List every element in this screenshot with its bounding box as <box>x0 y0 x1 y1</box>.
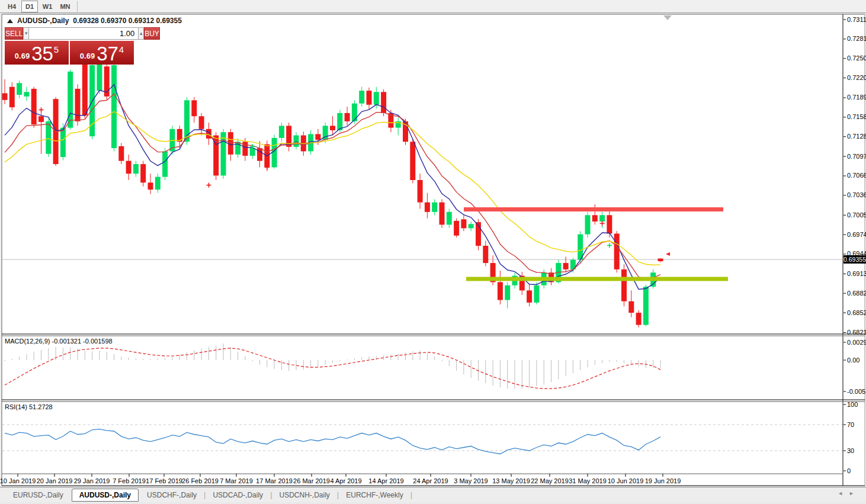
chart-tab-eurchf-weekly[interactable]: EURCHF-,Weekly <box>339 489 410 501</box>
sell-price-prefix: 0.69 <box>15 52 30 60</box>
rsi-indicator-label: RSI(14) 51.2728 <box>5 403 53 410</box>
mt4-application-window: H4D1W1MN AUDUSD-,Daily 0.69328 0.69370 0… <box>0 0 866 504</box>
buy-quote-panel[interactable]: 0.69 37 4 <box>70 41 134 65</box>
price-axis-label: 0.70665 <box>847 172 866 179</box>
chart-canvas[interactable] <box>0 0 866 504</box>
date-axis-label: 3 May 2019 <box>454 477 487 484</box>
date-axis-label: 14 Apr 2019 <box>368 477 403 484</box>
price-axis-label: 0.68825 <box>847 290 866 297</box>
trade-markers-group <box>39 107 671 256</box>
price-axis-label: 0.68520 <box>847 309 866 316</box>
buy-price-main: 37 <box>97 45 118 63</box>
price-axis-label: 0.72505 <box>847 54 866 62</box>
price-axis-label: 0.71280 <box>847 133 866 140</box>
buy-price-prefix: 0.69 <box>80 52 95 60</box>
price-axis-label: 0.72810 <box>847 35 866 42</box>
macd-axis-label: -0.005256 <box>847 388 866 395</box>
tab-scroll-right-icon[interactable]: ► <box>849 490 860 496</box>
panel-borders-group <box>2 14 865 486</box>
macd-axis-label: 0.002984 <box>847 339 866 346</box>
current-price-tag: 0.69355 <box>843 255 866 264</box>
volume-input[interactable] <box>29 27 138 40</box>
sell-quote-panel[interactable]: 0.69 35 5 <box>5 41 69 65</box>
rsi-axis-label: 30 <box>847 447 854 454</box>
price-axis-label: 0.72200 <box>847 74 866 81</box>
rsi-axis-label: 100 <box>847 401 858 408</box>
price-axis-label: 0.70970 <box>847 153 866 160</box>
ma-line-fast <box>5 85 660 290</box>
resistance-line[interactable] <box>464 207 723 211</box>
tab-scroll-arrows: ◄► <box>838 490 860 496</box>
price-axis-label: 0.68210 <box>847 329 866 336</box>
chart-tab-usdcnh-daily[interactable]: USDCNH-,Daily <box>272 489 337 501</box>
chart-symbol-label: AUDUSD-,Daily <box>17 17 69 25</box>
rsi-axis-label: 70 <box>847 421 854 428</box>
symbol-collapse-icon[interactable] <box>7 19 13 23</box>
date-axis-label: 17 Feb 2019 <box>146 477 182 484</box>
axis-ticks-group <box>18 20 846 477</box>
date-axis-label: 7 Feb 2019 <box>113 477 146 484</box>
price-axis-label: 0.71890 <box>847 94 866 101</box>
chart-tab-usdcad-daily[interactable]: USDCAD-,Daily <box>206 489 270 501</box>
rsi-line <box>5 429 660 454</box>
sell-button[interactable]: SELL <box>5 27 23 40</box>
date-axis-label: 31 May 2019 <box>569 477 607 484</box>
moving-averages-group <box>5 85 660 290</box>
scroll-to-end-icon[interactable] <box>663 15 672 20</box>
rsi-group <box>2 425 843 454</box>
macd-signal-line <box>5 348 660 389</box>
chart-ohlc-values: 0.69328 0.69370 0.69312 0.69355 <box>73 17 182 25</box>
sell-price-pip: 5 <box>54 44 59 54</box>
date-axis-label: 13 May 2019 <box>492 477 530 484</box>
volume-decrease-button[interactable]: ▼ <box>23 27 29 40</box>
price-axis-label: 0.69745 <box>847 231 866 238</box>
date-axis-label: 29 Jan 2019 <box>74 477 110 484</box>
macd-indicator-label: MACD(12,26,9) -0.001321 -0.001598 <box>5 338 113 345</box>
volume-increase-button[interactable]: ▲ <box>138 27 144 40</box>
price-axis-label: 0.71585 <box>847 113 866 120</box>
support-line[interactable] <box>466 277 728 281</box>
sell-price-main: 35 <box>31 45 53 63</box>
candles-group <box>2 45 663 328</box>
chart-tab-bar: EURUSD-,DailyAUDUSD-,DailyUSDCHF-,Daily|… <box>0 487 866 502</box>
price-axis-label: 0.69130 <box>847 270 866 277</box>
macd-axis-label: 0.00 <box>847 357 859 364</box>
macd-group <box>5 344 660 389</box>
rsi-axis-label: 0 <box>847 467 851 474</box>
chart-tab-usdchf-daily[interactable]: USDCHF-,Daily <box>140 489 204 501</box>
one-click-trade-panel: SELL ▼ ▲ BUY 0.69 35 5 0.69 37 4 <box>5 27 134 65</box>
date-axis-label: 26 Mar 2019 <box>293 477 330 484</box>
tab-scroll-left-icon[interactable]: ◄ <box>838 490 849 496</box>
chart-tab-eurusd-daily[interactable]: EURUSD-,Daily <box>6 489 70 501</box>
tab-separator: | <box>410 490 412 499</box>
date-axis-label: 10 Jan 2019 <box>0 477 36 484</box>
date-axis-label: 10 Jun 2019 <box>608 477 644 484</box>
date-axis-label: 17 Mar 2019 <box>256 477 293 484</box>
price-axis-label: 0.70360 <box>847 191 866 198</box>
buy-price-pip: 4 <box>119 44 124 54</box>
date-axis-label: 19 Jun 2019 <box>645 477 681 484</box>
date-axis-label: 24 Apr 2019 <box>413 477 448 484</box>
date-axis-label: 4 Apr 2019 <box>330 477 361 484</box>
price-axis-label: 0.70050 <box>847 211 866 219</box>
date-axis-label: 7 Mar 2019 <box>220 477 253 484</box>
date-axis-label: 26 Feb 2019 <box>182 477 219 484</box>
chart-tab-audusd-daily[interactable]: AUDUSD-,Daily <box>72 489 139 502</box>
chart-title: AUDUSD-,Daily 0.69328 0.69370 0.69312 0.… <box>7 17 182 25</box>
date-axis-label: 20 Jan 2019 <box>37 477 73 484</box>
price-axis-label: 0.73115 <box>847 16 866 23</box>
date-axis-label: 22 May 2019 <box>531 477 569 484</box>
buy-button[interactable]: BUY <box>144 27 160 40</box>
